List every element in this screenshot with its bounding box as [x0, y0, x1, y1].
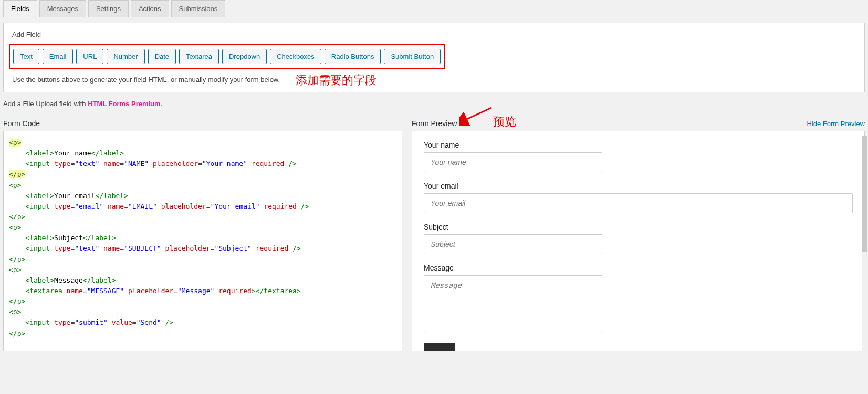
scrollbar-thumb[interactable] [862, 136, 867, 252]
tab-fields[interactable]: Fields [3, 0, 37, 17]
add-field-help: Use the buttons above to generate your f… [12, 76, 856, 84]
add-field-panel: Add Field TextEmailURLNumberDateTextarea… [3, 23, 865, 92]
field-btn-checkboxes[interactable]: Checkboxes [270, 49, 321, 64]
preview-subject-input[interactable] [424, 234, 602, 254]
tab-actions[interactable]: Actions [131, 0, 169, 17]
preview-submit-button[interactable] [424, 343, 455, 351]
upload-suffix: . [161, 100, 163, 108]
preview-label: Your name [424, 141, 853, 149]
preview-label: Your email [424, 182, 853, 190]
field-btn-email[interactable]: Email [43, 49, 74, 64]
upload-prefix: Add a File Upload field with [3, 100, 88, 108]
hide-preview-link[interactable]: Hide Form Preview [807, 120, 865, 128]
field-buttons-highlight: TextEmailURLNumberDateTextareaDropdownCh… [9, 44, 445, 69]
field-btn-url[interactable]: URL [76, 49, 103, 64]
premium-link[interactable]: HTML Forms Premium [88, 100, 160, 108]
preview-message-input[interactable] [424, 275, 602, 333]
add-field-help-text: Use the buttons above to generate your f… [12, 76, 280, 84]
preview-your-name-input[interactable] [424, 152, 602, 172]
svg-line-0 [464, 108, 491, 120]
annotation-add-field: 添加需要的字段 [296, 72, 377, 88]
field-btn-radio-buttons[interactable]: Radio Buttons [325, 49, 381, 64]
field-btn-submit-button[interactable]: Submit Button [384, 49, 441, 64]
field-btn-dropdown[interactable]: Dropdown [222, 49, 267, 64]
field-btn-date[interactable]: Date [148, 49, 176, 64]
tab-submissions[interactable]: Submissions [171, 0, 226, 17]
scrollbar[interactable] [862, 136, 867, 351]
tab-messages[interactable]: Messages [39, 0, 86, 17]
form-preview-panel: Your nameYour emailSubjectMessage [412, 131, 865, 351]
field-btn-text[interactable]: Text [13, 49, 39, 64]
add-field-label: Add Field [12, 30, 856, 38]
field-btn-number[interactable]: Number [107, 49, 144, 64]
preview-your-email-input[interactable] [424, 193, 853, 213]
preview-label: Subject [424, 223, 853, 231]
form-code-title: Form Code [3, 119, 40, 128]
field-btn-textarea[interactable]: Textarea [179, 49, 219, 64]
tabs-bar: FieldsMessagesSettingsActionsSubmissions [0, 0, 868, 17]
form-preview-title: Form Preview [412, 119, 457, 128]
preview-label: Message [424, 264, 853, 272]
annotation-preview: 预览 [493, 114, 516, 130]
tab-settings[interactable]: Settings [88, 0, 129, 17]
upload-hint: Add a File Upload field with HTML Forms … [3, 100, 865, 108]
form-code-editor[interactable]: <p> <label>Your name</label> <input type… [3, 131, 402, 351]
annotation-arrow-icon [459, 105, 496, 126]
